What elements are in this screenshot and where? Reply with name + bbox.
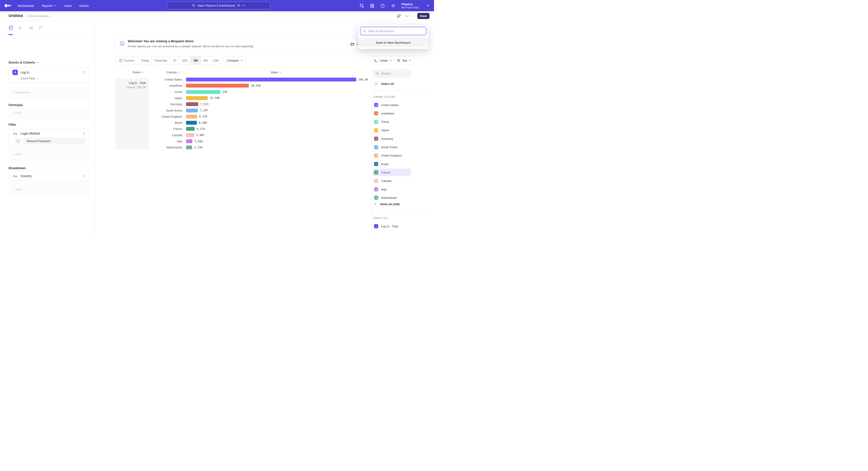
add-description-field[interactable]: + Add description... xyxy=(26,14,51,18)
legend-checkbox[interactable] xyxy=(374,187,378,192)
help-icon[interactable]: ? xyxy=(380,3,385,8)
tab-funnels[interactable] xyxy=(19,26,23,30)
legend-event-checkbox[interactable] xyxy=(374,224,378,228)
legend-item-brazil[interactable]: Brazil xyxy=(373,160,411,168)
bar-netherlands[interactable] xyxy=(186,145,192,149)
nav-reports[interactable]: Reports xyxy=(42,4,56,7)
legend-item-united-kingdom[interactable]: United Kingdom xyxy=(373,152,411,159)
metric-card-log-in[interactable]: A Log In Count Total xyxy=(8,68,89,83)
save-button[interactable]: Save xyxy=(417,13,430,19)
bar-china[interactable] xyxy=(186,90,220,94)
legend-item-united-states[interactable]: United States xyxy=(373,101,411,109)
apps-grid-icon[interactable] xyxy=(370,4,374,8)
chevron-down-icon xyxy=(241,59,243,62)
scale-dropdown[interactable]: Linear xyxy=(371,56,395,64)
breakdown-kebab-icon[interactable] xyxy=(83,174,86,178)
legend-search-input[interactable] xyxy=(381,72,408,75)
legend-item-netherlands[interactable]: Netherlands xyxy=(373,194,411,202)
project-switcher[interactable]: Finance All Project Data xyxy=(401,2,430,9)
date-range-custom[interactable]: Custom xyxy=(115,57,138,64)
add-breakdown-button[interactable]: + Add xyxy=(8,183,89,196)
event-column-header[interactable]: Event xyxy=(133,70,144,74)
select-all-checkbox[interactable] xyxy=(374,82,378,86)
global-search-button[interactable]: Open Reports & Dashboards ⌘ + K xyxy=(167,2,270,9)
filter-operator-dropdown[interactable]: = xyxy=(15,138,21,144)
mixpanel-logo-icon[interactable] xyxy=(4,3,12,8)
bar-brazil[interactable] xyxy=(186,121,197,125)
nav-users[interactable]: Users xyxy=(64,4,72,7)
country-column-header[interactable]: Country xyxy=(166,70,180,74)
legend-checkbox[interactable] xyxy=(374,170,378,174)
tab-insights[interactable] xyxy=(8,26,13,30)
breakdown-card-country[interactable]: Aa Country xyxy=(8,171,89,181)
legend-item-japan[interactable]: Japan xyxy=(373,126,411,134)
filter-property-name[interactable]: Login Method xyxy=(21,132,83,135)
banner-title: Welcome! You are viewing a Mixpanel demo xyxy=(128,39,194,43)
add-metric-button[interactable]: + Add Metric xyxy=(8,86,89,99)
data-management-icon[interactable] xyxy=(360,3,364,8)
legend-item-france[interactable]: France xyxy=(373,169,411,176)
legend-checkbox[interactable] xyxy=(374,111,378,115)
legend-item-china[interactable]: China xyxy=(373,118,411,126)
date-range-12m[interactable]: 12M xyxy=(211,57,221,64)
nav-dashboards[interactable]: Dashboards xyxy=(18,4,34,7)
legend-item-south-korea[interactable]: South Korea xyxy=(373,143,411,151)
save-to-new-dashboard-button[interactable]: Save to New Dashboard xyxy=(358,38,428,47)
tab-flows[interactable] xyxy=(29,26,33,30)
bar-south-korea[interactable] xyxy=(186,109,198,112)
date-range-3m[interactable]: 3M xyxy=(191,57,201,64)
more-options-icon[interactable] xyxy=(405,14,409,18)
show-all-button[interactable]: Show all (184) xyxy=(374,203,400,206)
select-all-row[interactable]: Select all xyxy=(374,82,394,86)
legend-search-box[interactable] xyxy=(373,69,411,78)
legend-checkbox[interactable] xyxy=(374,179,378,183)
bar-italy[interactable] xyxy=(186,139,192,143)
chart-type-dropdown[interactable]: Bar xyxy=(394,56,414,64)
filter-card-login-method[interactable]: Aa Login Method = Manual Password xyxy=(8,129,89,146)
legend-checkbox[interactable] xyxy=(374,120,378,124)
nav-events[interactable]: Events xyxy=(79,4,89,7)
save-to-dashboard-input[interactable] xyxy=(360,27,426,35)
report-title[interactable]: Untitled xyxy=(8,13,23,18)
compare-dropdown[interactable]: Compare xyxy=(224,56,246,64)
metric-kebab-icon[interactable] xyxy=(83,70,86,74)
legend-checkbox[interactable] xyxy=(374,162,378,166)
bar-undefined[interactable] xyxy=(186,84,249,88)
bar-japan[interactable] xyxy=(186,96,208,100)
legend-checkbox[interactable] xyxy=(374,128,378,133)
bar-united-states[interactable] xyxy=(186,78,356,82)
bar-germany[interactable] xyxy=(186,102,198,106)
date-range-7d[interactable]: 7D xyxy=(170,57,179,64)
legend-checkbox[interactable] xyxy=(374,103,378,107)
bar-canada[interactable] xyxy=(186,133,194,137)
bar-united-kingdom[interactable] xyxy=(186,115,197,119)
legend-checkbox[interactable] xyxy=(374,196,378,200)
event-total-cell[interactable]: Log In - Total Overall 276.5K xyxy=(116,79,149,149)
legend-checkbox[interactable] xyxy=(374,137,378,141)
date-range-6m[interactable]: 6M xyxy=(201,57,211,64)
legend-item-italy[interactable]: Italy xyxy=(373,185,411,193)
filter-kebab-icon[interactable] xyxy=(83,132,86,135)
add-formula-button[interactable]: + Add xyxy=(8,107,89,119)
events-cohorts-header[interactable]: Events & Cohorts xyxy=(8,61,39,64)
date-range-today[interactable]: Today xyxy=(138,57,152,64)
legend-item-undefined[interactable]: undefined xyxy=(373,110,411,117)
legend-checkbox[interactable] xyxy=(374,145,378,149)
breakdown-property-name[interactable]: Country xyxy=(21,174,83,178)
legend-item-germany[interactable]: Germany xyxy=(373,135,411,143)
tab-retention[interactable] xyxy=(39,26,43,30)
settings-gear-icon[interactable] xyxy=(391,3,396,8)
legend-item-label: undefined xyxy=(381,112,394,115)
date-range-yesterday[interactable]: Yesterday xyxy=(152,57,170,64)
value-column-header[interactable]: Value xyxy=(271,70,281,74)
bar-france[interactable] xyxy=(186,127,195,131)
add-filter-button[interactable]: + Add xyxy=(8,148,89,160)
metric-aggregation-dropdown[interactable]: Count Total xyxy=(21,77,89,82)
legend-item-canada[interactable]: Canada xyxy=(373,177,411,185)
metric-name[interactable]: Log In xyxy=(21,70,83,74)
filter-value-dropdown[interactable]: Manual Password xyxy=(23,138,85,144)
copy-link-icon[interactable] xyxy=(397,14,401,18)
date-range-30d[interactable]: 30D xyxy=(179,57,191,64)
legend-event-item[interactable]: Log In - Total xyxy=(373,223,411,230)
legend-checkbox[interactable] xyxy=(374,154,378,158)
